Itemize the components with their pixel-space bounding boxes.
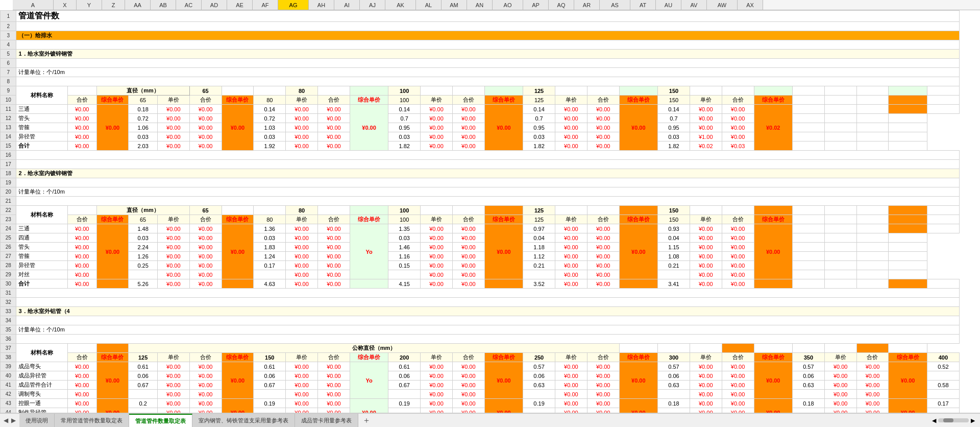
r38-ai: 单价	[421, 353, 453, 362]
r43-ab: ¥0.00	[189, 399, 222, 408]
tab-next-arrow[interactable]: ▶	[10, 417, 17, 424]
r12-x: ¥0.00	[67, 114, 96, 123]
r40-at: 0.06	[792, 371, 824, 381]
r44-av: ¥0.00	[856, 408, 889, 413]
r12-aa: ¥0.00	[157, 114, 189, 123]
r39-as: ¥0.00	[754, 362, 792, 399]
r39-an: ¥0.00	[587, 362, 619, 371]
r27-name: 管箍	[16, 252, 68, 261]
row-21: 21	[1, 197, 960, 206]
row-9: 9 材料名称 直径（mm） 65 80 100 125	[1, 86, 960, 96]
tab-instructions[interactable]: 使用说明	[19, 414, 55, 427]
r30-aa: ¥0.00	[157, 279, 189, 289]
r13-an: ¥0.00	[587, 123, 619, 132]
col-header-AT: AT	[630, 0, 656, 10]
rownum-38: 38	[1, 353, 16, 362]
r25-al: 0.04	[523, 233, 555, 243]
r43-aw: ¥0.00	[889, 399, 927, 413]
r29-aj: ¥0.00	[452, 270, 484, 279]
r13-af: ¥0.00	[318, 123, 350, 132]
r26-ap: 1.15	[658, 243, 690, 252]
scroll-left-btn[interactable]: ◀	[932, 417, 936, 424]
r14-x: ¥0.00	[67, 132, 96, 141]
r15-z: 2.03	[129, 141, 158, 151]
r29-al	[523, 270, 555, 279]
r11-aj: ¥0.00	[452, 105, 484, 114]
r30-ap: 3.41	[658, 279, 690, 289]
row16-empty	[16, 151, 960, 160]
grid-content[interactable]: 1 管道管件数 2 3 （一）给排水 4	[0, 10, 980, 413]
r43-aa: ¥0.00	[157, 399, 189, 408]
col-header-AO: AO	[493, 0, 523, 10]
row-19: 19	[1, 178, 960, 187]
row-28: 28 异径管 ¥0.00 0.25 ¥0.00 ¥0.00 0.17 ¥0.00…	[1, 261, 960, 270]
r43-x: ¥0.00	[67, 399, 96, 408]
r23-al: 125	[523, 215, 555, 224]
r30-au	[824, 279, 856, 289]
r39-z: 0.61	[129, 362, 158, 371]
r22-au	[824, 206, 856, 215]
scroll-right-btn[interactable]: ▶	[971, 417, 975, 424]
r24-ab: ¥0.00	[189, 224, 222, 233]
row6-empty	[16, 59, 960, 68]
r9-as	[754, 86, 792, 96]
r10-at	[792, 96, 824, 105]
rownum-6: 6	[1, 59, 16, 68]
r22-ao	[619, 206, 657, 215]
tab-finished-pipe[interactable]: 成品管卡用量参考表	[295, 414, 358, 427]
r30-ao	[619, 279, 657, 289]
r12-am: ¥0.00	[555, 114, 587, 123]
r44-am: ¥0.00	[555, 408, 587, 413]
row-1: 1 管道管件数	[1, 11, 960, 22]
r24-ac: ¥0.00	[222, 224, 254, 279]
r10-z-65: 65	[129, 96, 158, 105]
r14-ab: ¥0.00	[189, 132, 222, 141]
bottom-tabs: ◀ ▶ 使用说明 常用管道管件数量取定表 管道管件数量取定表 室内钢管、铸铁管道…	[0, 413, 980, 427]
r27-aa: ¥0.00	[157, 252, 189, 261]
r37-x	[67, 344, 96, 353]
r25-aq: ¥0.00	[690, 233, 722, 243]
r30-ac	[222, 279, 254, 289]
r27-ae: ¥0.00	[286, 252, 318, 261]
r15-ar: ¥0.03	[722, 141, 754, 151]
tab-pipe-fittings[interactable]: 管道管件数量取定表	[129, 414, 192, 427]
r28-ah: 0.15	[388, 261, 421, 270]
tab-prev-arrow[interactable]: ◀	[2, 417, 10, 424]
r29-av	[856, 270, 889, 279]
r11-as: ¥0.02	[754, 105, 792, 151]
col-header-AQ: AQ	[549, 0, 574, 10]
r11-aw	[889, 105, 927, 114]
row-11: 11 三通 ¥0.00 ¥0.00 0.18 ¥0.00 ¥0.00 ¥0.00…	[1, 105, 960, 114]
row21-empty	[16, 197, 960, 206]
r14-name: 异径管	[16, 132, 68, 141]
spreadsheet-wrapper: A X Y Z AA AB AC AD AE AF AG AH AI AJ AK…	[0, 0, 980, 427]
r10-ah-100: 100	[388, 96, 421, 105]
r25-aj: ¥0.00	[452, 233, 484, 243]
r40-ar: ¥0.00	[722, 371, 754, 381]
row34-empty	[16, 316, 960, 325]
r41-al: 0.63	[523, 381, 555, 390]
r28-aj: ¥0.00	[452, 261, 484, 270]
tab-common-pipe[interactable]: 常用管道管件数量取定表	[55, 414, 129, 427]
r10-aq-danjia: 单价	[690, 96, 722, 105]
tab-add-button[interactable]: ＋	[358, 414, 375, 427]
r29-af: ¥0.00	[318, 270, 350, 279]
rownum-42: 42	[1, 390, 16, 399]
r14-aj: ¥0.00	[452, 132, 484, 141]
rownum-10: 10	[1, 96, 16, 105]
r15-aq: ¥0.02	[690, 141, 722, 151]
col-header-AN: AN	[467, 0, 493, 10]
r27-ai: ¥0.00	[421, 252, 453, 261]
title-cell: 管道管件数	[16, 11, 960, 22]
r28-al: 0.21	[523, 261, 555, 270]
row-13: 13 管箍 ¥0.00 1.06 ¥0.00 ¥0.00 1.03 ¥0.00 …	[1, 123, 960, 132]
r25-z: 0.03	[129, 233, 158, 243]
r29-ae: ¥0.00	[286, 270, 318, 279]
r37-aq	[658, 344, 690, 353]
rownum-28: 28	[1, 261, 16, 270]
r12-au	[824, 114, 856, 123]
scroll-thumb	[943, 418, 953, 422]
r24-as: ¥0.00	[754, 224, 792, 279]
tab-indoor-pipe[interactable]: 室内钢管、铸铁管道支采用量参考表	[192, 414, 295, 427]
r23-ae: 单价	[286, 215, 318, 224]
